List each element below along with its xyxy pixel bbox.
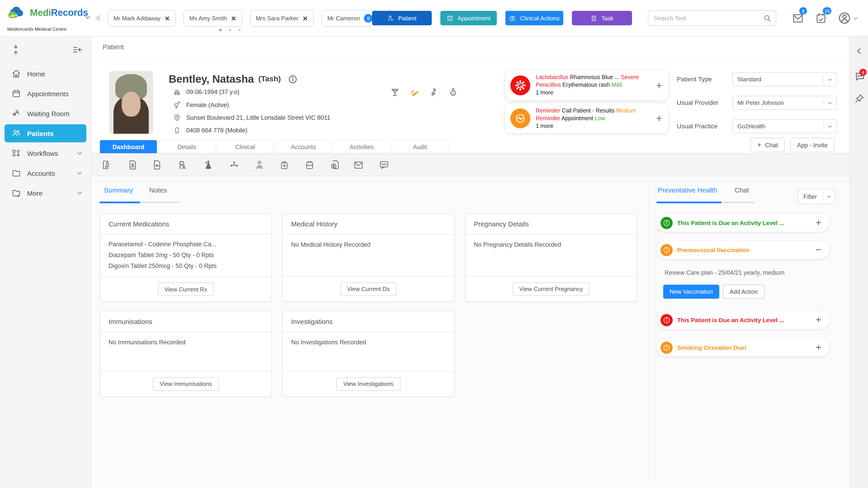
account-chevron-down-icon[interactable]	[852, 15, 859, 21]
carousel-dot[interactable]	[238, 29, 241, 31]
carousel-dot[interactable]	[219, 29, 221, 31]
allergy-alert-card[interactable]: Lactobacillus Rhamnosus Blue ... Severe …	[505, 70, 669, 100]
new-task-button[interactable]: Task	[572, 11, 632, 25]
collapse-menu-icon[interactable]	[72, 45, 83, 55]
sidebar-item-accounts[interactable]: Accounts	[0, 164, 91, 182]
info-icon[interactable]	[288, 74, 298, 84]
chat-button[interactable]: +Chat	[750, 138, 785, 152]
empty-state: No Immunisations Recorded	[100, 332, 271, 371]
prescription-icon[interactable]	[177, 160, 187, 170]
active-subtab-underline	[99, 201, 140, 203]
filter-select[interactable]: Filter	[798, 189, 835, 204]
right-rail: 4	[849, 37, 868, 488]
close-icon[interactable]: ✕	[231, 15, 236, 22]
carousel-dot[interactable]	[229, 29, 231, 31]
sidebar-item-appointments[interactable]: Appointments	[0, 85, 91, 103]
expand-item-button[interactable]: +	[815, 217, 822, 229]
expand-item-button[interactable]: +	[815, 314, 822, 326]
tab-details[interactable]: Details	[158, 140, 215, 154]
preventative-item-pneumococcal[interactable]: Pnemoccocal Vaccination −	[656, 241, 830, 259]
expand-alert-button[interactable]: +	[656, 112, 662, 125]
tab-accounts[interactable]: Accounts	[275, 140, 332, 154]
patient-tab[interactable]: Mr Cameron8	[321, 10, 379, 27]
search-input[interactable]	[648, 15, 763, 22]
email-icon[interactable]	[353, 160, 364, 170]
tab-clinical[interactable]: Clinical	[217, 140, 274, 154]
view-investigations-button[interactable]: View Investigations	[337, 377, 400, 391]
clinical-notes-icon[interactable]	[101, 160, 111, 170]
mobile-phone-icon	[174, 127, 180, 134]
preventative-item-activity-level-overdue[interactable]: This Patient is Due an Activity Level ..…	[656, 311, 830, 329]
patient-document-icon[interactable]	[127, 160, 137, 170]
tab-dashboard[interactable]: Dashboard	[100, 140, 157, 154]
sidebar-header	[0, 44, 91, 57]
panel-collapse-chevron-left-icon[interactable]	[855, 47, 863, 55]
pin-icon[interactable]	[855, 94, 864, 103]
subtab-summary[interactable]: Summary	[104, 186, 133, 194]
view-current-pregnancy-button[interactable]: View Current Pregnancy	[513, 282, 590, 296]
patient-type-value: Standard	[733, 76, 823, 83]
card-title: Immunisations	[100, 311, 271, 332]
sidebar-item-more[interactable]: More	[0, 184, 91, 202]
account-icon[interactable]	[838, 11, 851, 25]
search-icon[interactable]	[763, 14, 771, 22]
active-subtab-underline	[656, 201, 721, 203]
pathology-icon[interactable]	[204, 160, 213, 170]
tab-audit[interactable]: Audit	[392, 140, 448, 154]
view-current-dx-button[interactable]: View Current Dx	[340, 282, 397, 296]
preventative-item-activity-level[interactable]: This Patient is Due an Activity Level ..…	[656, 214, 830, 232]
specialist-icon[interactable]	[254, 160, 265, 170]
medical-bag-icon	[509, 15, 516, 22]
subtab-notes[interactable]: Notes	[149, 186, 167, 194]
add-action-button[interactable]: Add Action	[723, 285, 765, 299]
new-vaccination-button[interactable]: New Vaccination	[663, 285, 719, 299]
expand-item-button[interactable]: +	[815, 341, 822, 353]
usual-practice-value: Go2Health	[733, 123, 823, 130]
tab-activities[interactable]: Activities	[333, 140, 390, 154]
sidebar-item-waiting-room[interactable]: Waiting Room	[0, 104, 91, 123]
medical-bag-plus-icon[interactable]	[279, 160, 289, 170]
clinical-actions-button[interactable]: Clinical Actions	[505, 11, 563, 25]
preventative-item-smoking-cessation[interactable]: Smoking Cessation Due! +	[656, 338, 830, 357]
invoice-icon[interactable]	[330, 160, 340, 170]
sidebar-item-workflows[interactable]: Workflows	[0, 144, 91, 162]
close-icon[interactable]: ✕	[303, 15, 308, 22]
close-icon[interactable]: ✕	[164, 15, 170, 22]
subtab-preventative-health[interactable]: Preventative Health	[658, 186, 717, 194]
radiology-icon[interactable]	[229, 160, 239, 170]
medication-item: Diazepam Tablet 2mg - 50 Qty - 0 Rpts	[108, 250, 263, 261]
usual-provider-select[interactable]: Mr Peter Johnson	[733, 96, 837, 110]
results-document-icon[interactable]	[152, 160, 162, 170]
pregnancy-details-card: Pregnancy Details No Pregnancy Details R…	[465, 213, 637, 302]
appointment-book-icon[interactable]	[305, 160, 315, 170]
collapse-vertical-icon[interactable]	[11, 44, 20, 56]
subtab-chat[interactable]: Chat	[735, 186, 749, 194]
patient-tab[interactable]: Mr Mark Addaway✕	[107, 10, 176, 27]
investigations-card: Investigations No Investigations Recorde…	[283, 311, 454, 397]
patient-address: Sunset Boulevard 21, Little Lonsdale Str…	[186, 114, 330, 121]
header-buttons: +Chat App - Invite	[750, 138, 835, 152]
mail-count-badge: 8	[799, 7, 807, 14]
sms-icon[interactable]: SMS	[379, 160, 389, 170]
reminder-alert-card[interactable]: Reminder Call Patient - Results Medium R…	[505, 103, 669, 133]
patient-type-select[interactable]: Standard	[733, 72, 837, 86]
view-immunisations-button[interactable]: View Immunisations	[153, 377, 219, 391]
view-current-rx-button[interactable]: View Current Rx	[158, 283, 214, 296]
medirecords-logo[interactable]: MediRecords	[6, 4, 88, 21]
expand-alert-button[interactable]: +	[656, 79, 662, 92]
sidebar-item-patients[interactable]: Patients	[4, 124, 86, 142]
app-invite-button[interactable]: App - Invite	[790, 138, 835, 152]
new-patient-button[interactable]: Patient	[372, 11, 432, 25]
tabs-scroll-left-icon[interactable]	[95, 14, 100, 22]
info-icon	[660, 217, 673, 229]
usual-practice-select[interactable]: Go2Health	[733, 119, 837, 133]
patient-tab[interactable]: Ms Amy Smith✕	[184, 10, 242, 27]
sidebar-menu: Home Appointments Waiting Room Patients …	[0, 65, 91, 202]
practice-chevron-down-icon[interactable]	[84, 13, 91, 21]
patient-tab[interactable]: Mrs Sara Parker✕	[250, 10, 314, 27]
svg-text:SMS: SMS	[381, 163, 387, 166]
tabs-pagination-dots	[219, 29, 241, 31]
sidebar-item-home[interactable]: Home	[0, 65, 91, 83]
new-appointment-button[interactable]: Appointment	[440, 11, 497, 25]
collapse-item-button[interactable]: −	[815, 244, 822, 256]
